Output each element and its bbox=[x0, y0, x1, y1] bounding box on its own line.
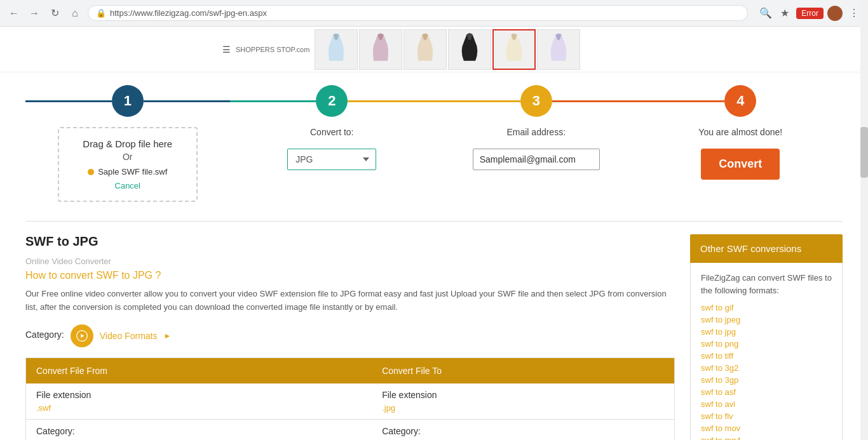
banner-img-6 bbox=[537, 29, 580, 70]
almost-done-label: You are almost done! bbox=[698, 127, 782, 137]
step2-line-container: 2 bbox=[230, 85, 435, 117]
banner-img-1 bbox=[315, 29, 358, 70]
address-bar[interactable]: 🔒 https://www.filezigzag.com/swf-jpg-en.… bbox=[88, 5, 748, 21]
convert-section: You are almost done! Convert bbox=[698, 127, 782, 180]
how-to-link[interactable]: How to convert SWF to JPG ? bbox=[25, 270, 675, 281]
step3-line-container: 3 bbox=[434, 85, 639, 117]
url-text: https://www.filezigzag.com/swf-jpg-en.as… bbox=[110, 8, 267, 18]
convert-to-section: Convert to: JPG GIF PNG BMP TIFF bbox=[287, 127, 376, 170]
step-2: 2 Convert to: JPG GIF PNG BMP TIFF bbox=[230, 85, 435, 170]
forward-button[interactable]: → bbox=[27, 6, 42, 21]
sidebar-body: FileZigZag can convert SWF files to the … bbox=[690, 263, 843, 440]
page-title: SWF to JPG bbox=[25, 234, 675, 249]
sidebar-link-swf-3g2[interactable]: swf to 3g2 bbox=[701, 363, 832, 373]
step3-circle: 3 bbox=[520, 85, 552, 117]
sidebar-link-swf-mp4[interactable]: swf to mp4 bbox=[701, 436, 832, 440]
arrow-icon: ► bbox=[163, 331, 171, 340]
step4-right-line bbox=[756, 100, 843, 102]
banner-images bbox=[315, 29, 580, 70]
sidebar-link-swf-3gp[interactable]: swf to 3gp bbox=[701, 375, 832, 385]
category-label: Category: bbox=[25, 330, 64, 340]
to-ext-value[interactable]: .jpg bbox=[382, 403, 395, 413]
description: Our Free online video converter allow yo… bbox=[25, 288, 675, 314]
lock-icon: 🔒 bbox=[96, 8, 106, 18]
error-badge: Error bbox=[796, 8, 824, 19]
scrollbar-thumb[interactable] bbox=[860, 127, 868, 178]
search-button[interactable]: 🔍 bbox=[758, 6, 773, 21]
banner-title: SHOPPERS STOP.com bbox=[236, 46, 315, 53]
sidebar-link-swf-jpg[interactable]: swf to jpg bbox=[701, 327, 832, 337]
table-row: File extension .swf File extension .jpg bbox=[26, 383, 675, 420]
menu-button[interactable]: ⋮ bbox=[846, 6, 862, 21]
step1-left-line bbox=[25, 100, 112, 102]
top-banner: ☰ SHOPPERS STOP.com bbox=[0, 27, 868, 72]
refresh-button[interactable]: ↻ bbox=[47, 6, 62, 21]
convert-button[interactable]: Convert bbox=[701, 149, 780, 180]
step4-circle: 4 bbox=[724, 85, 756, 117]
step3-left-line bbox=[434, 100, 520, 102]
category-icon bbox=[71, 324, 93, 347]
col2-header: Convert File To bbox=[372, 357, 674, 383]
category-link[interactable]: Video Formats bbox=[100, 331, 158, 341]
table-row: Category: Video Formats Category: Image … bbox=[26, 419, 675, 440]
to-ext-label: File extension bbox=[382, 390, 664, 400]
file-name: Saple SWF file.swf bbox=[98, 167, 167, 177]
email-input[interactable] bbox=[473, 149, 600, 170]
banner-img-3 bbox=[403, 29, 447, 70]
file-dot bbox=[88, 169, 94, 175]
sidebar-link-swf-gif[interactable]: swf to gif bbox=[701, 303, 832, 312]
file-item: Saple SWF file.swf bbox=[72, 167, 184, 177]
step4-left-line bbox=[639, 100, 725, 102]
main-content: SWF to JPG Online Video Converter How to… bbox=[0, 222, 868, 440]
svg-marker-1 bbox=[81, 333, 84, 338]
bookmark-button[interactable]: ★ bbox=[777, 6, 792, 21]
browser-chrome: ← → ↻ ⌂ 🔒 https://www.filezigzag.com/swf… bbox=[0, 0, 868, 27]
sidebar-link-swf-asf[interactable]: swf to asf bbox=[701, 387, 832, 397]
sidebar-link-swf-jpeg[interactable]: swf to jpeg bbox=[701, 315, 832, 324]
drag-text: Drag & Drop file here bbox=[72, 138, 184, 149]
step2-right-line bbox=[348, 100, 434, 102]
step4-line-container: 4 bbox=[639, 85, 843, 117]
to-cat-label: Category: bbox=[382, 426, 664, 436]
sidebar-link-swf-png[interactable]: swf to png bbox=[701, 339, 832, 349]
sidebar-link-swf-flv[interactable]: swf to flv bbox=[701, 411, 832, 421]
step3-right-line bbox=[552, 100, 639, 102]
sidebar-link-swf-avi[interactable]: swf to avi bbox=[701, 399, 832, 409]
sidebar-description: FileZigZag can convert SWF files to the … bbox=[701, 272, 832, 297]
back-button[interactable]: ← bbox=[6, 6, 22, 21]
section-subtitle: Online Video Converter bbox=[25, 257, 675, 266]
sidebar-link-swf-tiff[interactable]: swf to tiff bbox=[701, 351, 832, 361]
email-label: Email address: bbox=[506, 127, 566, 137]
step-4: 4 You are almost done! Convert bbox=[639, 85, 843, 180]
cancel-link[interactable]: Cancel bbox=[115, 181, 140, 190]
format-select[interactable]: JPG GIF PNG BMP TIFF bbox=[287, 149, 376, 170]
scrollbar[interactable] bbox=[860, 0, 868, 440]
sidebar-header: Other SWF conversions bbox=[690, 234, 843, 263]
step2-left-line bbox=[230, 100, 316, 102]
avatar bbox=[827, 6, 843, 21]
sidebar-links: swf to gif swf to jpeg swf to jpg swf to… bbox=[701, 303, 832, 440]
sidebar-link-swf-mov[interactable]: swf to mov bbox=[701, 423, 832, 433]
error-label: Error bbox=[801, 9, 818, 18]
table-cell-from-cat: Category: Video Formats bbox=[26, 419, 372, 440]
banner-img-2 bbox=[359, 29, 402, 70]
conversion-table: Convert File From Convert File To File e… bbox=[25, 357, 675, 440]
or-text: Or bbox=[72, 152, 184, 162]
from-ext-value[interactable]: .swf bbox=[36, 403, 51, 413]
step1-line-container: 1 bbox=[25, 85, 230, 117]
category-row: Category: Video Formats ► bbox=[25, 324, 675, 347]
banner-img-4 bbox=[448, 29, 491, 70]
step-3: 3 Email address: bbox=[434, 85, 639, 170]
table-cell-to-ext: File extension .jpg bbox=[372, 383, 674, 420]
steps-container: 1 Drag & Drop file here Or Saple SWF fil… bbox=[0, 72, 868, 221]
step2-circle: 2 bbox=[316, 85, 348, 117]
from-ext-label: File extension bbox=[36, 390, 362, 400]
step1-right-line bbox=[144, 100, 230, 102]
page-content: ☰ SHOPPERS STOP.com bbox=[0, 27, 868, 440]
home-button[interactable]: ⌂ bbox=[67, 6, 83, 21]
table-header-row: Convert File From Convert File To bbox=[26, 357, 675, 383]
step-1: 1 Drag & Drop file here Or Saple SWF fil… bbox=[25, 85, 230, 202]
browser-right: 🔍 ★ Error ⋮ bbox=[758, 6, 862, 21]
right-sidebar: Other SWF conversions FileZigZag can con… bbox=[690, 234, 843, 440]
upload-box[interactable]: Drag & Drop file here Or Saple SWF file.… bbox=[58, 127, 198, 202]
